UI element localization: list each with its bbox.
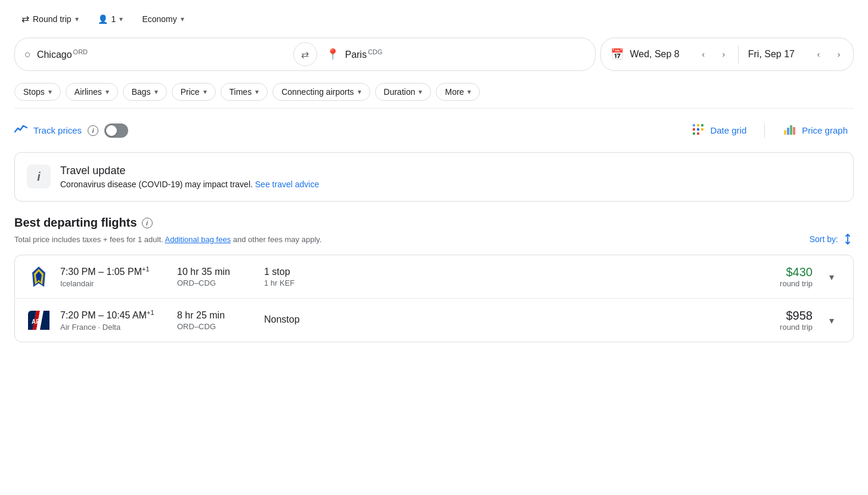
flight-price-2: $958 round trip: [780, 309, 813, 332]
flight-airline-2: Air France · Delta: [60, 323, 168, 332]
destination-field[interactable]: 📍 ParisCDG: [317, 38, 596, 70]
view-divider: [764, 123, 765, 138]
track-right: Date grid Price graph: [685, 118, 854, 143]
origin-field[interactable]: ○ ChicagoORD: [15, 38, 294, 70]
origin-circle-icon: ○: [24, 48, 31, 61]
filter-airlines[interactable]: Airlines ▾: [66, 83, 118, 101]
table-row[interactable]: 7:30 PM – 1:05 PM+1 Icelandair 10 hr 35 …: [15, 255, 853, 299]
trip-type-chevron: ▾: [75, 15, 79, 23]
date-input-group: 📅 Wed, Sep 8 ‹ › Fri, Sep 17 ‹ ›: [600, 38, 854, 71]
depart-next-button[interactable]: ›: [714, 45, 733, 64]
filter-airlines-label: Airlines: [75, 87, 102, 97]
svg-rect-8: [784, 130, 786, 135]
track-prices-toggle[interactable]: [104, 123, 128, 138]
svg-rect-10: [790, 125, 792, 135]
filter-duration[interactable]: Duration ▾: [375, 83, 432, 101]
filter-bags-chevron: ▾: [154, 88, 158, 96]
flights-subtitle: Total price includes taxes + fees for 1 …: [14, 233, 854, 245]
flight-airline-1: Icelandair: [60, 279, 168, 288]
trip-type-button[interactable]: ⇄ Round trip ▾: [14, 10, 86, 28]
airline-logo-icelandair: [27, 265, 51, 289]
cabin-button[interactable]: Economy ▾: [135, 11, 191, 27]
svg-rect-2: [701, 124, 703, 126]
track-prices-icon: [14, 124, 27, 137]
depart-date-field[interactable]: 📅 Wed, Sep 8: [601, 38, 689, 70]
passengers-label: 1: [111, 14, 116, 24]
svg-rect-3: [693, 128, 695, 131]
destination-pin-icon: 📍: [326, 48, 339, 61]
return-date-field[interactable]: Fri, Sep 17: [739, 38, 804, 70]
return-date-label: Fri, Sep 17: [748, 49, 795, 60]
flight-duration-1: 10 hr 35 min ORD–CDG: [177, 267, 255, 287]
filter-price[interactable]: Price ▾: [172, 83, 216, 101]
filter-times-chevron: ▾: [255, 88, 259, 96]
flight-duration-2: 8 hr 25 min ORD–CDG: [177, 310, 255, 331]
sort-button[interactable]: Sort by:: [810, 233, 854, 245]
price-graph-button[interactable]: Price graph: [777, 118, 854, 143]
info-circle-icon: i: [37, 170, 41, 184]
return-next-button[interactable]: ›: [829, 45, 848, 64]
track-info-icon[interactable]: i: [88, 125, 98, 136]
track-prices-label[interactable]: Track prices: [33, 125, 82, 135]
flight-times-2: 7:20 PM – 10:45 AM+1 Air France · Delta: [60, 309, 168, 331]
swap-airports-button[interactable]: ⇄: [293, 42, 317, 66]
flight-stops-2: Nonstop: [264, 314, 336, 326]
passengers-chevron: ▾: [119, 15, 123, 23]
route-input-group: ○ ChicagoORD ⇄ 📍 ParisCDG: [14, 38, 596, 71]
filter-more-label: More: [445, 87, 464, 97]
filter-price-chevron: ▾: [203, 88, 207, 96]
track-bar: Track prices i Date grid: [0, 109, 868, 152]
trip-type-label: Round trip: [33, 14, 72, 24]
filter-bags-label: Bags: [132, 87, 151, 97]
flights-title: Best departing flights i: [14, 216, 854, 230]
svg-rect-6: [693, 132, 695, 135]
svg-rect-4: [697, 128, 699, 131]
filter-bags[interactable]: Bags ▾: [123, 83, 167, 101]
depart-date-label: Wed, Sep 8: [630, 49, 679, 60]
sort-icon: [842, 233, 854, 245]
svg-rect-1: [697, 124, 699, 126]
depart-date-nav: ‹ ›: [689, 45, 738, 64]
search-bar: ○ ChicagoORD ⇄ 📍 ParisCDG 📅 Wed, Sep 8 ‹…: [14, 38, 854, 71]
travel-update-text: Coronavirus disease (COVID-19) may impac…: [60, 180, 319, 189]
filter-connecting-label: Connecting airports: [281, 87, 354, 97]
expand-flight-2-button[interactable]: ▾: [822, 311, 841, 330]
svg-rect-7: [697, 132, 699, 135]
svg-rect-5: [701, 128, 703, 131]
flight-times-1: 7:30 PM – 1:05 PM+1 Icelandair: [60, 265, 168, 287]
svg-text:AF: AF: [32, 318, 39, 325]
filter-stops-label: Stops: [23, 87, 45, 97]
depart-prev-button[interactable]: ‹: [694, 45, 713, 64]
travel-update-content: Travel update Coronavirus disease (COVID…: [60, 165, 319, 189]
flight-time-range-1: 7:30 PM – 1:05 PM+1: [60, 265, 168, 277]
filters-bar: Stops ▾ Airlines ▾ Bags ▾ Price ▾ Times …: [0, 76, 868, 108]
travel-update-title: Travel update: [60, 165, 319, 177]
price-graph-icon: [783, 122, 797, 139]
date-grid-button[interactable]: Date grid: [685, 118, 752, 143]
filter-times[interactable]: Times ▾: [221, 83, 268, 101]
day-offset-2: +1: [147, 309, 154, 316]
day-offset-1: +1: [142, 265, 150, 273]
price-graph-label: Price graph: [802, 125, 848, 135]
airline-logo-airfrance: AF: [27, 308, 51, 332]
track-left: Track prices i: [14, 123, 128, 138]
person-icon: 👤: [98, 14, 108, 24]
flight-stops-1: 1 stop 1 hr KEF: [264, 267, 336, 287]
filter-more[interactable]: More ▾: [436, 83, 480, 101]
date-grid-label: Date grid: [710, 125, 746, 135]
swap-icon: ⇄: [21, 13, 29, 24]
additional-bag-fees-link[interactable]: Additional bag fees: [165, 235, 231, 244]
expand-flight-1-button[interactable]: ▾: [822, 267, 841, 286]
flights-info-icon[interactable]: i: [142, 218, 153, 228]
filter-connecting-chevron: ▾: [358, 88, 361, 96]
travel-advice-link[interactable]: See travel advice: [255, 180, 319, 189]
passengers-button[interactable]: 👤 1 ▾: [91, 11, 131, 27]
filter-airlines-chevron: ▾: [106, 88, 109, 96]
filter-duration-label: Duration: [384, 87, 416, 97]
return-prev-button[interactable]: ‹: [809, 45, 828, 64]
table-row[interactable]: AF 7:20 PM – 10:45 AM+1 Air France · Del…: [15, 299, 853, 342]
filter-connecting-airports[interactable]: Connecting airports ▾: [272, 83, 370, 101]
top-bar: ⇄ Round trip ▾ 👤 1 ▾ Economy ▾: [0, 0, 868, 33]
filter-stops[interactable]: Stops ▾: [14, 83, 61, 101]
destination-text: ParisCDG: [345, 48, 383, 60]
